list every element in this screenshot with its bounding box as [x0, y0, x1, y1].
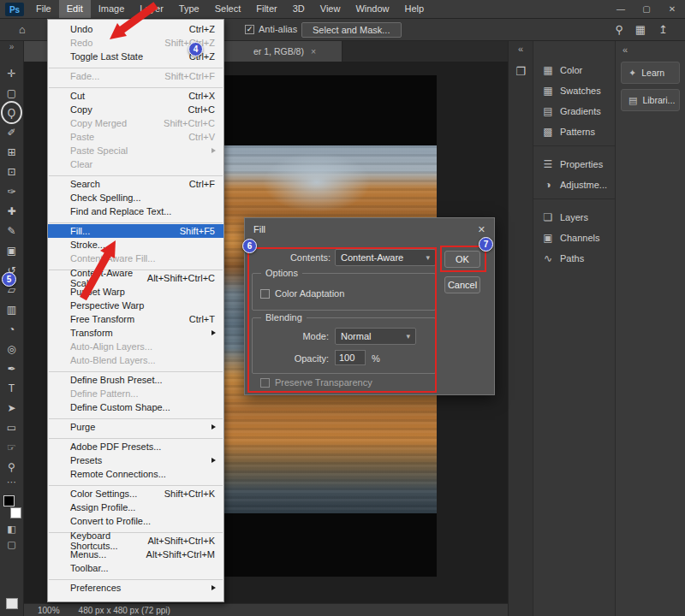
marquee-tool[interactable]: ▢ [0, 83, 23, 103]
tab-close-icon[interactable]: × [311, 46, 316, 56]
search-icon[interactable]: ⚲ [615, 23, 623, 36]
menu-item[interactable] [49, 367, 223, 373]
close-button[interactable]: ✕ [659, 0, 685, 18]
menu-item[interactable] [49, 171, 223, 177]
menu-bar-item[interactable]: Window [348, 0, 396, 18]
menu-item[interactable]: Paste Ctrl+V [48, 130, 223, 144]
panel-paths[interactable]: ∿ Paths [533, 248, 615, 269]
screen-mode-icon[interactable]: ▢ [7, 536, 15, 552]
menu-bar-item[interactable]: Layer [132, 0, 171, 18]
panel-layers[interactable]: ❏ Layers [533, 207, 615, 228]
menu-bar-item[interactable]: Type [171, 0, 207, 18]
panel-swatches[interactable]: ▦ Swatches [533, 80, 615, 101]
menu-bar-item[interactable]: 3D [285, 0, 313, 18]
panel-tab[interactable] [533, 198, 615, 207]
menu-item[interactable]: Check Spelling... [48, 191, 223, 204]
panel-libraries[interactable]: ▤ Librari... [621, 89, 680, 111]
path-selection-tool[interactable]: ➤ [0, 398, 23, 418]
menu-item[interactable]: Auto-Align Layers... [48, 340, 223, 353]
menu-item[interactable]: Define Pattern... [48, 387, 223, 400]
menu-item[interactable]: Content-Aware Fill... [48, 252, 223, 265]
panel-properties[interactable]: ☰ Properties [533, 154, 615, 175]
menu-item[interactable]: Remote Connections... [48, 467, 223, 481]
menu-item[interactable]: Free Transform Ctrl+T [48, 312, 223, 326]
menu-item[interactable]: Color Settings... Shift+Ctrl+K [48, 487, 223, 500]
type-tool[interactable]: T [0, 378, 23, 398]
panel-tab[interactable] [533, 145, 615, 154]
menu-bar-item[interactable]: Help [397, 0, 432, 18]
dialog-title-bar[interactable]: Fill ✕ [245, 218, 494, 240]
color-adaptation-checkbox[interactable]: Color Adaptation [260, 288, 344, 299]
menu-item[interactable]: Search Ctrl+F [48, 177, 223, 191]
menu-item[interactable]: Purge [48, 420, 223, 434]
maximize-button[interactable]: ▢ [634, 0, 659, 18]
menu-item[interactable] [49, 434, 223, 440]
blur-tool[interactable]: ◔ [0, 319, 23, 339]
menu-item[interactable]: Fade... Shift+Ctrl+F [48, 69, 223, 83]
select-and-mask-button[interactable]: Select and Mask... [301, 22, 402, 38]
expand-toolbar-icon[interactable]: » [0, 41, 23, 53]
menu-item[interactable]: Assign Profile... [48, 500, 223, 514]
menu-item[interactable]: Copy Ctrl+C [48, 103, 223, 116]
zoom-level[interactable]: 100% [38, 606, 60, 615]
menu-bar-item[interactable]: Select [207, 0, 249, 18]
menu-item[interactable]: Fill... Shift+F5 [48, 224, 223, 238]
ok-button[interactable]: OK [444, 251, 480, 268]
menu-item[interactable]: Define Brush Preset... [48, 373, 223, 387]
shape-tool[interactable]: ▭ [0, 418, 23, 437]
crop-tool[interactable]: ⊞ [0, 142, 23, 162]
quick-mask-icon[interactable]: ◧ [7, 521, 15, 536]
menu-item[interactable] [49, 575, 223, 581]
collapse-dock-icon[interactable]: « [616, 41, 685, 58]
menu-item[interactable]: Define Custom Shape... [48, 400, 223, 414]
menu-bar-item[interactable]: File [28, 0, 59, 18]
panel-color[interactable]: ▦ Color [533, 60, 615, 80]
menu-item[interactable]: Puppet Warp [48, 285, 223, 299]
menu-item[interactable] [49, 63, 223, 69]
checkbox-icon[interactable] [260, 378, 270, 388]
menu-item[interactable]: Adobe PDF Presets... [48, 440, 223, 453]
menu-item[interactable]: Menus... Alt+Shift+Ctrl+M [48, 548, 223, 561]
menu-item[interactable]: Find and Replace Text... [48, 204, 223, 218]
share-icon[interactable]: ↥ [658, 23, 668, 36]
zoom-tool[interactable]: ⚲ [0, 457, 23, 477]
contents-dropdown[interactable]: Content-Aware ▾ [335, 249, 436, 266]
gradient-tool[interactable]: ▥ [0, 299, 23, 319]
checkbox-icon[interactable] [260, 289, 270, 299]
home-icon[interactable]: ⌂ [19, 23, 26, 36]
healing-brush-tool[interactable]: ✚ [0, 201, 23, 221]
menu-bar-item[interactable]: Filter [248, 0, 284, 18]
workspace-icon[interactable]: ▦ [635, 23, 646, 36]
panel-adjustments[interactable]: ◑ Adjustme... [533, 175, 615, 195]
menu-item[interactable]: Transform [48, 326, 223, 340]
cancel-button[interactable]: Cancel [444, 276, 480, 293]
opacity-input[interactable] [335, 350, 366, 365]
default-colors-icon[interactable] [6, 598, 18, 609]
move-tool[interactable]: ✛ [0, 63, 23, 83]
preserve-transparency-checkbox[interactable]: Preserve Transparency [260, 377, 372, 388]
clone-stamp-tool[interactable]: ▣ [0, 240, 23, 260]
background-color-swatch[interactable] [10, 507, 21, 518]
menu-item[interactable]: Perspective Warp [48, 299, 223, 312]
panel-patterns[interactable]: ▩ Patterns [533, 121, 615, 142]
quick-selection-tool[interactable]: ✐ [0, 122, 23, 142]
hand-tool[interactable]: ☞ [0, 437, 23, 457]
panel-gradients[interactable]: ▤ Gradients [533, 101, 615, 121]
menu-item[interactable]: Undo Ctrl+Z [48, 22, 223, 36]
menu-item[interactable]: Preferences [48, 581, 223, 595]
menu-item[interactable]: Stroke... [48, 238, 223, 252]
foreground-color-swatch[interactable] [3, 495, 15, 506]
frame-tool[interactable]: ⊡ [0, 162, 23, 181]
menu-item[interactable]: Cut Ctrl+X [48, 89, 223, 103]
menu-item[interactable]: Clear [48, 157, 223, 171]
collapsed-panel-icon[interactable]: ❐ [509, 65, 533, 78]
dialog-close-icon[interactable]: ✕ [478, 224, 485, 235]
panel-channels[interactable]: ▣ Channels [533, 228, 615, 248]
checkbox-icon[interactable]: ✓ [245, 25, 254, 34]
lasso-tool[interactable]: Ϙ [0, 103, 23, 122]
menu-item[interactable]: Paste Special [48, 144, 223, 157]
menu-bar-item[interactable]: View [313, 0, 348, 18]
menu-item[interactable] [49, 414, 223, 420]
dodge-tool[interactable]: ◎ [0, 339, 23, 358]
pen-tool[interactable]: ✒ [0, 358, 23, 378]
